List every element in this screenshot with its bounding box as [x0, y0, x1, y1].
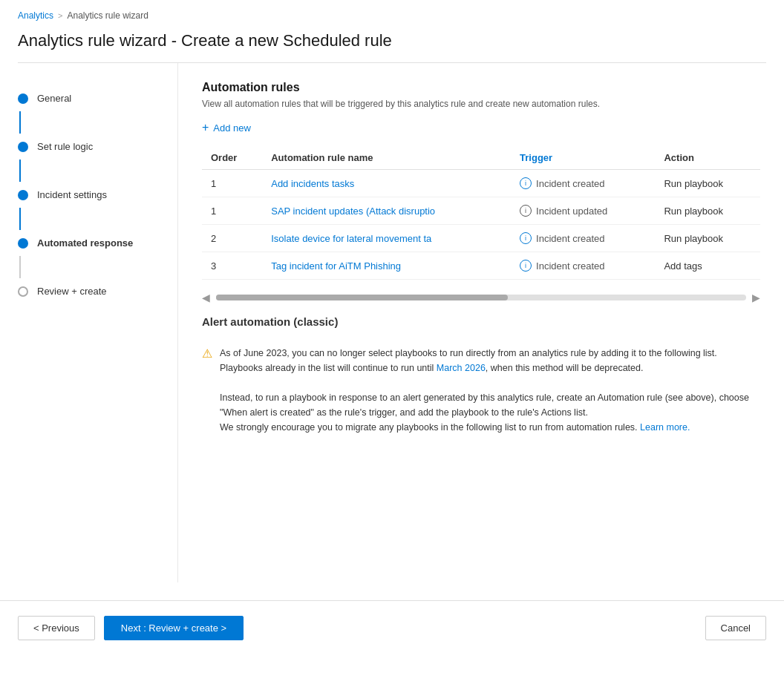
- scrollbar-thumb: [216, 295, 508, 300]
- nav-item-set-rule-logic[interactable]: Set rule logic: [15, 134, 163, 160]
- breadcrumb-separator: >: [58, 11, 62, 20]
- scroll-area: ◀ ▶: [202, 292, 760, 303]
- automation-rules-desc: View all automation rules that will be t…: [202, 99, 760, 109]
- nav-dot-incident-settings: [18, 190, 28, 200]
- next-review-create-button[interactable]: Next : Review + create >: [104, 616, 244, 640]
- cell-name[interactable]: SAP incident updates (Attack disruptio: [262, 197, 511, 225]
- warning-text-content: As of June 2023, you can no longer selec…: [220, 346, 760, 435]
- alert-automation-title: Alert automation (classic): [202, 315, 760, 328]
- warning-icon: ⚠: [202, 346, 212, 435]
- cell-trigger: iIncident created: [511, 225, 655, 252]
- scroll-right-icon[interactable]: ▶: [752, 292, 760, 303]
- trigger-label: Incident created: [536, 260, 605, 272]
- learn-more-link[interactable]: Learn more.: [640, 422, 690, 433]
- col-order: Order: [202, 146, 262, 170]
- page-title: Analytics rule wizard - Create a new Sch…: [0, 25, 784, 62]
- nav-item-review-create[interactable]: Review + create: [15, 278, 163, 304]
- nav-label-set-rule-logic: Set rule logic: [37, 141, 93, 152]
- cancel-button[interactable]: Cancel: [705, 616, 766, 640]
- cell-order: 3: [202, 252, 262, 280]
- scrollbar-track[interactable]: [216, 295, 746, 300]
- table-row: 3Tag incident for AiTM PhishingiIncident…: [202, 252, 760, 280]
- breadcrumb-current: Analytics rule wizard: [67, 10, 148, 21]
- trigger-icon: i: [520, 177, 532, 189]
- cell-trigger: iIncident updated: [511, 197, 655, 225]
- nav-item-automated-response[interactable]: Automated response: [15, 230, 163, 256]
- trigger-label: Incident created: [536, 178, 605, 189]
- trigger-label: Incident updated: [536, 206, 607, 217]
- scroll-left-icon[interactable]: ◀: [202, 292, 210, 303]
- automation-rules-section: Automation rules View all automation rul…: [202, 81, 760, 303]
- nav-label-general: General: [37, 93, 71, 104]
- cell-name[interactable]: Add incidents tasks: [262, 170, 511, 197]
- table-row: 2Isolate device for lateral movement tai…: [202, 225, 760, 252]
- cell-name[interactable]: Isolate device for lateral movement ta: [262, 225, 511, 252]
- nav-line-4: [19, 256, 21, 278]
- add-new-icon: +: [202, 121, 209, 134]
- automation-rules-title: Automation rules: [202, 81, 760, 94]
- breadcrumb-parent[interactable]: Analytics: [18, 10, 53, 21]
- cell-order: 1: [202, 197, 262, 225]
- col-trigger: Trigger: [511, 146, 655, 170]
- trigger-icon: i: [520, 205, 532, 217]
- col-action: Action: [655, 146, 760, 170]
- warning-box: ⚠ As of June 2023, you can no longer sel…: [202, 337, 760, 444]
- trigger-icon: i: [520, 260, 532, 272]
- col-name: Automation rule name: [262, 146, 511, 170]
- nav-dot-automated-response: [18, 238, 28, 249]
- table-row: 1SAP incident updates (Attack disruptioi…: [202, 197, 760, 225]
- cell-action: Run playbook: [655, 170, 760, 197]
- add-new-button[interactable]: + Add new: [202, 121, 251, 134]
- trigger-label: Incident created: [536, 233, 605, 244]
- nav-label-incident-settings: Incident settings: [37, 189, 107, 200]
- nav-line-2: [19, 160, 21, 182]
- breadcrumb: Analytics > Analytics rule wizard: [0, 0, 784, 25]
- cell-action: Run playbook: [655, 197, 760, 225]
- footer-left: < Previous Next : Review + create >: [18, 616, 244, 640]
- warning-text-3: We strongly encourage you to migrate any…: [220, 422, 690, 433]
- warning-text-2: Instead, to run a playbook in response t…: [220, 392, 749, 418]
- nav-line-1: [19, 111, 21, 134]
- automation-rules-table: Order Automation rule name Trigger Actio…: [202, 146, 760, 280]
- cell-name[interactable]: Tag incident for AiTM Phishing: [262, 252, 511, 280]
- warning-text-1: As of June 2023, you can no longer selec…: [220, 348, 717, 373]
- cell-action: Run playbook: [655, 225, 760, 252]
- add-new-label: Add new: [213, 122, 251, 134]
- nav-line-3: [19, 208, 21, 230]
- cell-order: 1: [202, 170, 262, 197]
- nav-dot-review-create: [18, 286, 28, 297]
- cell-trigger: iIncident created: [511, 252, 655, 280]
- table-row: 1Add incidents tasksiIncident createdRun…: [202, 170, 760, 197]
- cell-action: Add tags: [655, 252, 760, 280]
- nav-dot-general: [18, 93, 28, 104]
- trigger-icon: i: [520, 232, 532, 244]
- nav-item-incident-settings[interactable]: Incident settings: [15, 182, 163, 208]
- right-content: Automation rules View all automation rul…: [178, 63, 784, 582]
- nav-item-general[interactable]: General: [15, 85, 163, 111]
- nav-label-review-create: Review + create: [37, 286, 107, 297]
- alert-automation-section: Alert automation (classic) ⚠ As of June …: [202, 315, 760, 444]
- nav-label-automated-response: Automated response: [37, 237, 133, 249]
- previous-button[interactable]: < Previous: [18, 616, 95, 640]
- cell-trigger: iIncident created: [511, 170, 655, 197]
- cell-order: 2: [202, 225, 262, 252]
- wizard-nav: General Set rule logic Incident settings…: [0, 63, 178, 582]
- nav-dot-set-rule-logic: [18, 142, 28, 152]
- footer: < Previous Next : Review + create > Canc…: [0, 601, 784, 655]
